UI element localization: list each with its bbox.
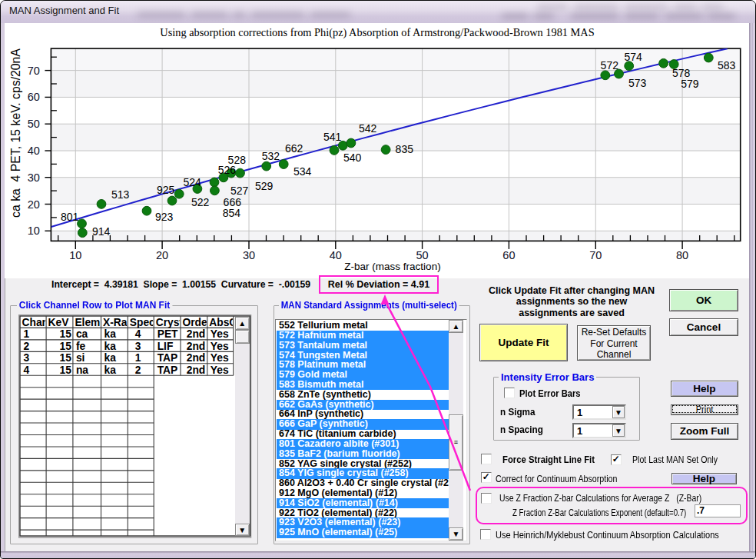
svg-text:TAP: TAP — [158, 364, 178, 376]
svg-text:15: 15 — [60, 328, 72, 340]
svg-text:Cryst: Cryst — [156, 317, 184, 328]
svg-text:579: 579 — [681, 78, 699, 90]
svg-text:15: 15 — [60, 341, 72, 352]
svg-text:4: 4 — [135, 328, 141, 340]
svg-text:80: 80 — [676, 249, 688, 261]
svg-text:522: 522 — [191, 196, 210, 208]
svg-text:1: 1 — [24, 328, 30, 340]
svg-text:Spec: Spec — [130, 317, 155, 328]
svg-text:10: 10 — [69, 249, 81, 261]
svg-text:na: na — [76, 364, 88, 376]
svg-text:20: 20 — [156, 249, 168, 261]
svg-text:572: 572 — [601, 59, 619, 72]
svg-text:3: 3 — [135, 341, 141, 352]
svg-text:70: 70 — [28, 65, 40, 77]
svg-text:fe: fe — [76, 341, 86, 352]
svg-text:10: 10 — [28, 225, 40, 237]
svg-text:2nd: 2nd — [187, 364, 206, 376]
svg-text:529: 529 — [255, 180, 274, 192]
svg-text:Yes: Yes — [211, 352, 229, 364]
svg-text:20: 20 — [28, 198, 40, 211]
svg-text:ka: ka — [104, 364, 117, 376]
svg-text:527: 527 — [230, 185, 249, 197]
svg-text:ka: ka — [104, 352, 117, 364]
svg-text:si: si — [76, 352, 85, 364]
svg-text:15: 15 — [60, 364, 72, 376]
svg-text:Elem: Elem — [75, 317, 100, 328]
svg-text:573: 573 — [628, 77, 647, 89]
svg-text:50: 50 — [28, 118, 40, 130]
svg-text:PET: PET — [158, 328, 178, 340]
svg-text:60: 60 — [28, 91, 40, 103]
svg-text:Yes: Yes — [211, 341, 229, 352]
svg-text:542: 542 — [359, 122, 377, 135]
svg-text:Z-bar (mass fraction): Z-bar (mass fraction) — [344, 261, 440, 272]
svg-text:513: 513 — [111, 188, 130, 201]
svg-text:30: 30 — [243, 249, 255, 261]
svg-text:835: 835 — [396, 143, 414, 155]
svg-text:KeV: KeV — [48, 317, 70, 328]
svg-text:540: 540 — [343, 151, 362, 164]
svg-text:60: 60 — [502, 249, 515, 261]
svg-text:30: 30 — [28, 171, 40, 184]
svg-text:4: 4 — [24, 364, 30, 376]
svg-text:40: 40 — [330, 249, 342, 261]
svg-text:541: 541 — [323, 131, 342, 143]
svg-text:923: 923 — [155, 211, 174, 223]
svg-text:Chan: Chan — [22, 317, 49, 328]
svg-text:801: 801 — [61, 211, 79, 223]
svg-text:X-Ra: X-Ra — [103, 317, 128, 328]
svg-text:50: 50 — [416, 249, 429, 261]
svg-text:534: 534 — [293, 165, 312, 178]
svg-text:Yes: Yes — [211, 328, 229, 340]
svg-text:854: 854 — [223, 207, 241, 219]
svg-text:524: 524 — [184, 176, 202, 188]
svg-text:528: 528 — [228, 154, 247, 166]
svg-text:583: 583 — [718, 59, 736, 72]
svg-text:ka: ka — [104, 328, 117, 340]
svg-text:914: 914 — [92, 225, 111, 238]
svg-text:1: 1 — [135, 352, 141, 364]
svg-text:2nd: 2nd — [187, 328, 206, 340]
svg-text:ca ka 4 PET, 15 keV. cps/20nA: ca ka 4 PET, 15 keV. cps/20nA — [9, 48, 22, 218]
svg-text:70: 70 — [589, 249, 602, 261]
svg-text:ca: ca — [76, 328, 88, 340]
svg-text:925: 925 — [157, 184, 175, 196]
svg-text:TAP: TAP — [158, 352, 178, 364]
svg-text:40: 40 — [28, 145, 40, 157]
svg-text:LIF: LIF — [158, 341, 174, 352]
svg-text:574: 574 — [624, 51, 642, 63]
svg-text:662: 662 — [285, 142, 303, 155]
svg-text:2: 2 — [135, 364, 141, 376]
svg-text:2nd: 2nd — [187, 341, 206, 352]
svg-text:Yes: Yes — [211, 364, 229, 376]
svg-text:Using absorption corrections f: Using absorption corrections from Phi(pz… — [160, 26, 594, 39]
svg-text:2: 2 — [24, 341, 30, 352]
svg-text:532: 532 — [262, 150, 280, 162]
svg-text:15: 15 — [60, 352, 72, 364]
svg-text:3: 3 — [24, 352, 30, 364]
svg-text:ka: ka — [104, 341, 117, 352]
svg-text:2nd: 2nd — [187, 352, 206, 364]
